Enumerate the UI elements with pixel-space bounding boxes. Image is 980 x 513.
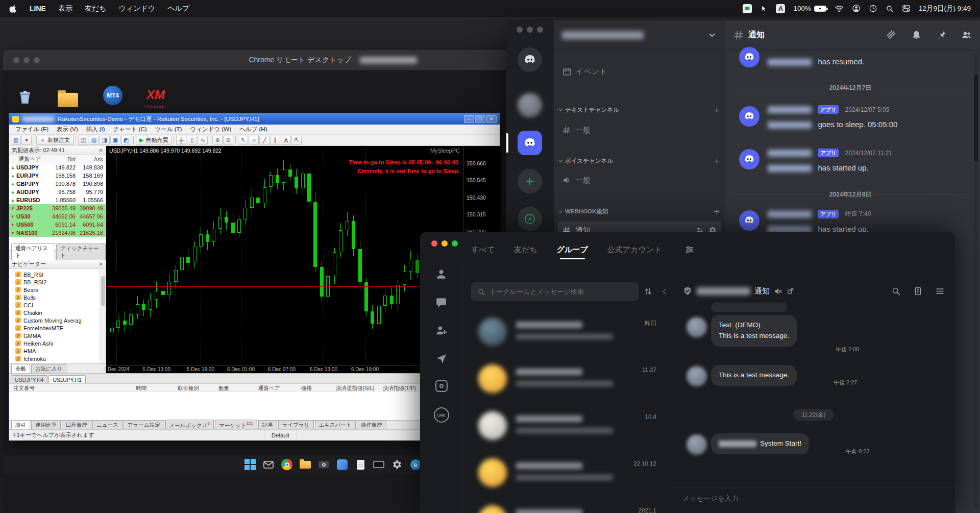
- tab-common[interactable]: 全般: [11, 364, 30, 373]
- wifi-icon[interactable]: [835, 4, 844, 13]
- market-row-EURJPY[interactable]: ▲EURJPY158.158158.169: [9, 172, 106, 180]
- navigator-item-CCI[interactable]: ƒCCI: [15, 301, 100, 309]
- sidebar-item-events[interactable]: イベント: [558, 63, 721, 80]
- navigator-item-BB_RSI2[interactable]: ƒBB_RSI2: [15, 278, 100, 286]
- avatar[interactable]: [739, 47, 760, 67]
- mt4-menu-item[interactable]: ファイル (F): [11, 125, 53, 134]
- navigator-scrollbar[interactable]: [100, 269, 106, 363]
- terminal-tab-記事[interactable]: 記事: [258, 420, 277, 429]
- taskbar-icon-chrome[interactable]: [280, 458, 294, 472]
- new-chart-icon[interactable]: ▥: [11, 136, 21, 145]
- mt4-menu-item[interactable]: ヘルプ (H): [235, 125, 271, 134]
- navigator-item-Bears[interactable]: ƒBears: [15, 286, 100, 294]
- terminal-tab-ニュース[interactable]: ニュース: [92, 420, 122, 429]
- menu-icon[interactable]: [935, 286, 945, 296]
- menubar-datetime[interactable]: 12月9日(月) 9:49: [919, 4, 971, 13]
- tab-usdjpy-h4[interactable]: USDJPY,H4: [11, 375, 47, 383]
- market-row-EURUSD[interactable]: ▲EURUSD1.055601.05566: [9, 196, 106, 204]
- line-logo-icon[interactable]: LINE: [434, 407, 449, 423]
- filter-sliders-icon[interactable]: [684, 245, 695, 255]
- terminal-tab-口座履歴[interactable]: 口座履歴: [62, 420, 91, 429]
- bar-chart-icon[interactable]: ╫: [176, 136, 186, 145]
- chats-icon[interactable]: [435, 296, 448, 309]
- apple-icon[interactable]: [9, 5, 17, 13]
- control-center-icon[interactable]: [902, 4, 911, 13]
- market-row-JP225[interactable]: ▼JP22539085.4939090.49: [9, 204, 106, 212]
- new-order-button[interactable]: ＋新規注文: [36, 136, 74, 145]
- explore-servers-button[interactable]: [518, 207, 542, 231]
- minimize-button[interactable]: [527, 27, 533, 33]
- tab-groups[interactable]: グループ: [557, 245, 588, 255]
- navigator-icon[interactable]: ◨: [100, 136, 110, 145]
- pin-icon[interactable]: [936, 30, 947, 40]
- navigator-item-Ichimoku[interactable]: ƒIchimoku: [15, 355, 100, 362]
- close-button[interactable]: [13, 57, 19, 63]
- restore-button[interactable]: ❐: [475, 115, 485, 123]
- market-row-USDJPY[interactable]: ▲USDJPY149.822149.838: [9, 163, 106, 172]
- menu-item-友だち[interactable]: 友だち: [85, 4, 107, 13]
- add-server-button[interactable]: [518, 169, 542, 193]
- taskbar-icon-camera[interactable]: [317, 458, 331, 472]
- tab-all[interactable]: すべて: [471, 245, 495, 255]
- close-icon[interactable]: ✕: [99, 261, 103, 267]
- list-item[interactable]: 昨日: [463, 309, 672, 356]
- spotlight-icon[interactable]: [886, 5, 894, 13]
- list-item[interactable]: 2021.1: [463, 497, 672, 513]
- close-button[interactable]: [431, 240, 437, 247]
- create-channel-icon[interactable]: [713, 157, 721, 165]
- taskbar-icon-display[interactable]: [372, 458, 386, 472]
- text-tool-icon[interactable]: A: [281, 136, 291, 145]
- section-voice-channels[interactable]: ボイスチャンネル: [558, 155, 721, 167]
- navigator-item-HMA[interactable]: ƒHMA: [15, 347, 100, 355]
- add-friend-icon[interactable]: [435, 324, 448, 337]
- input-source-icon[interactable]: A: [776, 4, 785, 13]
- navigator-item-Custom Moving Averag[interactable]: ƒCustom Moving Averag: [15, 316, 100, 324]
- cursor-tool-icon[interactable]: ↖: [238, 136, 248, 145]
- chart-dropdown-icon[interactable]: ▾: [21, 136, 32, 145]
- zoom-out-icon[interactable]: ⊖: [223, 136, 233, 145]
- mt4-menu-item[interactable]: ウィンドウ (W): [186, 125, 235, 134]
- avatar[interactable]: [687, 366, 707, 386]
- line-chart-icon[interactable]: ∿: [198, 136, 208, 145]
- chart-plot[interactable]: [106, 146, 463, 365]
- terminal-tab-取引[interactable]: 取引: [11, 420, 30, 429]
- terminal-icon[interactable]: ▣: [110, 136, 120, 145]
- terminal-tab-アラーム設定[interactable]: アラーム設定: [124, 420, 164, 429]
- share-icon[interactable]: [435, 352, 448, 364]
- minimize-button[interactable]: ─: [464, 115, 474, 123]
- server-icon-redacted[interactable]: [518, 93, 542, 117]
- crosshair-tool-icon[interactable]: ＋: [249, 136, 259, 145]
- terminal-tab-ライブラリ[interactable]: ライブラリ: [278, 420, 314, 429]
- list-item[interactable]: 10.4: [463, 403, 672, 450]
- discord-traffic-lights[interactable]: [517, 27, 543, 33]
- close-button[interactable]: ✕: [486, 115, 497, 123]
- strategy-tester-icon[interactable]: ◩: [121, 136, 131, 145]
- taskbar-icon-document[interactable]: [354, 458, 368, 472]
- navigator-item-Heiken Ashi[interactable]: ƒHeiken Ashi: [15, 339, 100, 347]
- channel-voice-general[interactable]: 一般: [558, 172, 721, 189]
- message-input[interactable]: メッセージを入力: [672, 487, 955, 513]
- market-watch-icon[interactable]: ◫: [78, 136, 88, 145]
- mt4-title-bar[interactable]: RakutenSecurities-Demo - デモ口座 - Rakuten …: [9, 113, 500, 125]
- market-row-US30[interactable]: ▼US3044652.0644657.06: [9, 212, 106, 221]
- market-row-AUDJPY[interactable]: ▲AUDJPY95.75895.770: [9, 188, 106, 196]
- tab-friends[interactable]: 友だち: [514, 245, 537, 255]
- section-text-channels[interactable]: テキストチャンネル: [558, 104, 721, 116]
- threads-icon[interactable]: [886, 30, 897, 40]
- taskbar-icon-settings[interactable]: [390, 458, 404, 472]
- zoom-in-icon[interactable]: ⊕: [212, 136, 223, 145]
- desktop-icon-folder[interactable]: [53, 87, 83, 107]
- avatar[interactable]: [739, 210, 760, 231]
- menu-app-name[interactable]: LINE: [30, 5, 46, 13]
- menu-item-ヘルプ[interactable]: ヘルプ: [167, 4, 189, 13]
- terminal-tab-運用比率[interactable]: 運用比率: [31, 420, 61, 429]
- server-icon-active[interactable]: [518, 131, 542, 155]
- friends-icon[interactable]: [435, 268, 448, 281]
- tab-favorites[interactable]: お気に入り: [31, 364, 66, 373]
- avatar[interactable]: [739, 106, 760, 127]
- market-row-NAS100[interactable]: ▼NAS10021624.0821626.18: [9, 229, 106, 237]
- zoom-button[interactable]: [452, 240, 458, 247]
- minimize-button[interactable]: [23, 57, 30, 63]
- mt4-menu-item[interactable]: ツール (T): [151, 125, 186, 134]
- menu-item-ウィンドウ[interactable]: ウィンドウ: [119, 4, 156, 13]
